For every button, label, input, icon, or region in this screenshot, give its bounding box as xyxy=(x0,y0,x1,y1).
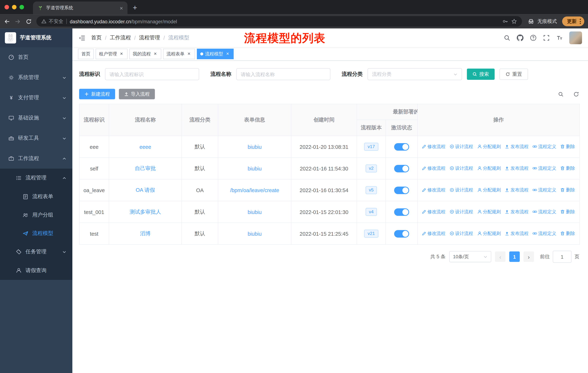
process-definition-link[interactable]: 流程定义 xyxy=(533,230,556,237)
publish-process-link[interactable]: 发布流程 xyxy=(505,187,529,193)
tag-process-model[interactable]: 流程模型× xyxy=(197,49,234,59)
process-name-link[interactable]: eeee xyxy=(139,144,151,150)
help-icon[interactable] xyxy=(530,34,537,41)
zoom-window-button[interactable] xyxy=(20,5,24,10)
delete-process-link[interactable]: 删除 xyxy=(560,230,575,237)
sidebar-item-home[interactable]: 首页 xyxy=(0,47,72,67)
category-select[interactable]: 流程分类 xyxy=(368,68,462,80)
breadcrumb-home[interactable]: 首页 xyxy=(91,34,102,41)
modify-process-link[interactable]: 修改流程 xyxy=(422,187,445,193)
sidebar-item-system[interactable]: 系统管理 xyxy=(0,67,72,88)
new-tab-button[interactable]: + xyxy=(133,3,137,12)
close-window-button[interactable] xyxy=(5,5,9,10)
security-indicator[interactable]: 不安全 xyxy=(41,18,63,25)
minimize-window-button[interactable] xyxy=(12,5,17,10)
delete-process-link[interactable]: 删除 xyxy=(560,187,575,193)
tab-close-icon[interactable]: × xyxy=(118,5,125,11)
breadcrumb-workflow[interactable]: 工作流程 xyxy=(110,34,131,41)
assign-rule-link[interactable]: 分配规则 xyxy=(477,143,501,150)
assign-rule-link[interactable]: 分配规则 xyxy=(477,209,501,215)
modify-process-link[interactable]: 修改流程 xyxy=(422,143,445,150)
sidebar-item-devtools[interactable]: 研发工具 xyxy=(0,128,72,148)
sidebar-logo[interactable]: 芋道管理系统 xyxy=(0,28,72,47)
design-process-link[interactable]: 设计流程 xyxy=(450,165,473,171)
import-process-button[interactable]: 导入流程 xyxy=(119,89,155,100)
sidebar-item-process-model[interactable]: 流程模型 xyxy=(0,224,72,242)
search-button[interactable]: 搜索 xyxy=(467,69,494,80)
process-definition-link[interactable]: 流程定义 xyxy=(533,165,556,171)
password-key-icon[interactable] xyxy=(502,18,508,24)
version-badge[interactable]: v17 xyxy=(364,143,378,151)
version-badge[interactable]: v4 xyxy=(366,208,377,216)
version-badge[interactable]: v5 xyxy=(366,186,377,194)
goto-page-input[interactable] xyxy=(553,251,572,263)
update-browser-button[interactable]: 更新 xyxy=(562,17,584,26)
sidebar-item-workflow[interactable]: 工作流程 xyxy=(0,148,72,169)
assign-rule-link[interactable]: 分配规则 xyxy=(477,187,501,193)
design-process-link[interactable]: 设计流程 xyxy=(450,209,473,215)
process-definition-link[interactable]: 流程定义 xyxy=(533,187,556,193)
process-name-input[interactable] xyxy=(236,68,330,80)
modify-process-link[interactable]: 修改流程 xyxy=(422,209,445,215)
active-toggle[interactable] xyxy=(394,165,409,172)
design-process-link[interactable]: 设计流程 xyxy=(450,143,473,150)
process-name-link[interactable]: 滔博 xyxy=(140,230,151,236)
publish-process-link[interactable]: 发布流程 xyxy=(505,230,529,237)
sidebar-item-infrastructure[interactable]: 基础设施 xyxy=(0,108,72,128)
tag-my-process[interactable]: 我的流程× xyxy=(129,49,161,59)
prev-page-button[interactable]: ‹ xyxy=(495,252,506,262)
process-name-link[interactable]: 测试多审批人 xyxy=(130,209,161,214)
font-size-icon[interactable] xyxy=(556,34,563,41)
tag-close-icon[interactable]: × xyxy=(187,51,192,57)
active-toggle[interactable] xyxy=(394,208,409,216)
delete-process-link[interactable]: 删除 xyxy=(560,143,575,150)
modify-process-link[interactable]: 修改流程 xyxy=(422,230,445,237)
tag-close-icon[interactable]: × xyxy=(225,51,230,57)
version-badge[interactable]: v2 xyxy=(366,164,377,172)
address-bar[interactable]: 不安全 dashboard.yudao.iocoder.cn/bpm/manag… xyxy=(36,16,522,27)
user-avatar[interactable] xyxy=(569,31,582,44)
form-info-link[interactable]: biubiu xyxy=(248,231,262,237)
version-badge[interactable]: v21 xyxy=(364,230,378,238)
process-definition-link[interactable]: 流程定义 xyxy=(533,209,556,215)
form-info-link[interactable]: biubiu xyxy=(248,165,262,171)
tag-close-icon[interactable]: × xyxy=(119,51,124,57)
page-size-select[interactable]: 10条/页 xyxy=(449,251,491,262)
modify-process-link[interactable]: 修改流程 xyxy=(422,165,445,171)
design-process-link[interactable]: 设计流程 xyxy=(450,187,473,193)
delete-process-link[interactable]: 删除 xyxy=(560,209,575,215)
github-icon[interactable] xyxy=(517,34,524,41)
current-page-button[interactable]: 1 xyxy=(509,252,520,262)
design-process-link[interactable]: 设计流程 xyxy=(450,230,473,237)
publish-process-link[interactable]: 发布流程 xyxy=(505,165,529,171)
next-page-button[interactable]: › xyxy=(524,252,534,262)
bookmark-star-icon[interactable] xyxy=(511,18,517,24)
create-process-button[interactable]: 新建流程 xyxy=(79,89,115,100)
active-toggle[interactable] xyxy=(394,143,409,151)
tag-close-icon[interactable]: × xyxy=(153,51,158,57)
breadcrumb-process-management[interactable]: 流程管理 xyxy=(139,34,160,41)
table-search-icon[interactable] xyxy=(558,91,564,97)
process-name-link[interactable]: 自己审批 xyxy=(135,165,156,171)
process-name-link[interactable]: OA 请假 xyxy=(136,187,155,193)
browser-menu-icon[interactable] xyxy=(580,19,581,24)
tag-tenant-management[interactable]: 租户管理× xyxy=(96,49,128,59)
reload-icon[interactable] xyxy=(26,18,32,25)
browser-tab[interactable]: 芋道管理系统 × xyxy=(33,1,127,14)
search-icon[interactable] xyxy=(504,34,510,41)
sidebar-item-process-management[interactable]: 流程管理 xyxy=(0,169,72,187)
forward-icon[interactable] xyxy=(15,18,21,25)
delete-process-link[interactable]: 删除 xyxy=(560,165,575,171)
form-info-link[interactable]: /bpm/oa/leave/create xyxy=(230,187,279,193)
form-info-link[interactable]: biubiu xyxy=(248,209,262,215)
publish-process-link[interactable]: 发布流程 xyxy=(505,143,529,150)
process-definition-link[interactable]: 流程定义 xyxy=(533,143,556,150)
sidebar-item-leave-query[interactable]: 请假查询 xyxy=(0,261,72,280)
assign-rule-link[interactable]: 分配规则 xyxy=(477,230,501,237)
back-icon[interactable] xyxy=(4,18,10,25)
active-toggle[interactable] xyxy=(394,230,409,237)
sidebar-item-process-form[interactable]: 流程表单 xyxy=(0,187,72,206)
sidebar-item-task-management[interactable]: 任务管理 xyxy=(0,242,72,261)
assign-rule-link[interactable]: 分配规则 xyxy=(477,165,501,171)
active-toggle[interactable] xyxy=(394,186,409,194)
